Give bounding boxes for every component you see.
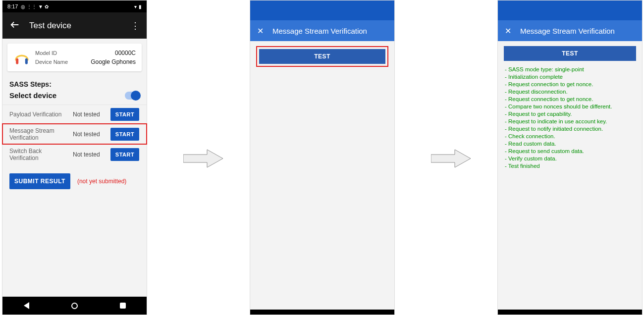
top-bar xyxy=(250,0,394,20)
select-device-toggle[interactable] xyxy=(125,92,140,100)
select-device-row: Select device xyxy=(9,91,140,100)
close-icon[interactable]: ✕ xyxy=(505,26,511,36)
flow-arrow-icon xyxy=(183,149,223,168)
sub-app-bar: ✕ Message Stream Verification xyxy=(250,20,394,41)
test-name: Message Stream Verification xyxy=(9,127,69,141)
more-icon[interactable]: ⋮ xyxy=(131,20,140,31)
status-bar: 8:17 ◎ ⋮⋮ ▼ ✿ ▾ ▮ xyxy=(2,0,147,12)
status-time: 8:17 xyxy=(7,3,18,9)
test-button[interactable]: TEST xyxy=(259,49,385,64)
log-line: Request connection to get nonce. xyxy=(505,81,635,88)
test-name: Switch Back Verification xyxy=(9,148,69,161)
svg-rect-1 xyxy=(25,58,28,64)
log-line: Request connection to get nonce. xyxy=(505,96,635,103)
submit-result-button[interactable]: SUBMIT RESULT xyxy=(9,173,70,189)
close-icon[interactable]: ✕ xyxy=(257,26,264,36)
battery-icon: ▮ xyxy=(139,4,142,9)
device-card: Model ID 00000C Device Name Google Gphon… xyxy=(7,44,142,71)
flow-arrow-icon xyxy=(431,149,471,168)
start-button[interactable]: START xyxy=(110,148,139,161)
bottom-bar xyxy=(250,310,394,315)
top-bar xyxy=(498,0,642,20)
nav-home-icon[interactable] xyxy=(71,303,78,309)
model-id-label: Model ID xyxy=(35,49,57,57)
submit-row: SUBMIT RESULT (not yet submitted) xyxy=(9,173,140,189)
start-button[interactable]: START xyxy=(110,128,139,141)
device-name-value: Google Gphones xyxy=(91,57,136,66)
back-icon[interactable] xyxy=(9,19,20,32)
android-nav-bar xyxy=(2,297,147,315)
test-status: Not tested xyxy=(73,151,107,158)
model-id-value: 00000C xyxy=(115,49,136,57)
phone-test-device: 8:17 ◎ ⋮⋮ ▼ ✿ ▾ ▮ Test device ⋮ Model ID… xyxy=(2,0,147,315)
test-log: SASS mode type: single-pointInitializati… xyxy=(505,66,635,170)
log-line: Request to indicate in use account key. xyxy=(505,118,635,125)
test-row-switch-back: Switch Back Verification Not tested STAR… xyxy=(2,144,147,164)
log-line: Test finished xyxy=(505,162,635,170)
page-title: Test device xyxy=(29,21,122,31)
log-line: Verify custom data. xyxy=(505,155,635,162)
start-button[interactable]: START xyxy=(110,108,139,121)
sass-steps-label: SASS Steps: xyxy=(9,80,140,88)
test-row-message-stream: Message Stream Verification Not tested S… xyxy=(2,124,147,144)
test-row-payload: Payload Verification Not tested START xyxy=(2,105,147,124)
headphones-icon xyxy=(13,49,30,66)
app-bar: Test device ⋮ xyxy=(2,12,147,39)
bottom-bar xyxy=(498,310,642,315)
test-button-highlight: TEST xyxy=(256,46,388,67)
wifi-icon: ▾ xyxy=(134,4,137,9)
log-line: Check connection. xyxy=(505,133,635,140)
test-button-wrap: TEST xyxy=(504,46,636,61)
test-name: Payload Verification xyxy=(9,111,69,118)
device-name-label: Device Name xyxy=(35,57,68,66)
nav-back-icon[interactable] xyxy=(24,302,29,309)
svg-rect-0 xyxy=(16,58,18,64)
log-line: SASS mode type: single-point xyxy=(505,66,635,73)
log-line: Request to notify initiated connection. xyxy=(505,125,635,133)
test-status: Not tested xyxy=(73,111,107,118)
test-status: Not tested xyxy=(73,131,107,138)
log-line: Request to send custom data. xyxy=(505,148,635,155)
submit-note: (not yet submitted) xyxy=(77,178,126,185)
phone-msv-result: ✕ Message Stream Verification TEST SASS … xyxy=(497,0,643,315)
log-line: Request disconnection. xyxy=(505,88,635,96)
log-line: Initialization complete xyxy=(505,73,635,81)
nav-recent-icon[interactable] xyxy=(120,303,126,309)
test-button[interactable]: TEST xyxy=(504,46,636,61)
select-device-label: Select device xyxy=(9,91,56,100)
log-line: Compare two nonces should be different. xyxy=(505,103,635,110)
screen-title: Message Stream Verification xyxy=(520,27,615,35)
sub-app-bar: ✕ Message Stream Verification xyxy=(498,20,642,41)
phone-msv-test: ✕ Message Stream Verification TEST xyxy=(250,0,395,315)
screen-title: Message Stream Verification xyxy=(272,27,367,35)
status-icons: ◎ ⋮⋮ ▼ ✿ xyxy=(21,4,48,9)
log-line: Request to get capability. xyxy=(505,110,635,118)
log-line: Read custom data. xyxy=(505,140,635,148)
